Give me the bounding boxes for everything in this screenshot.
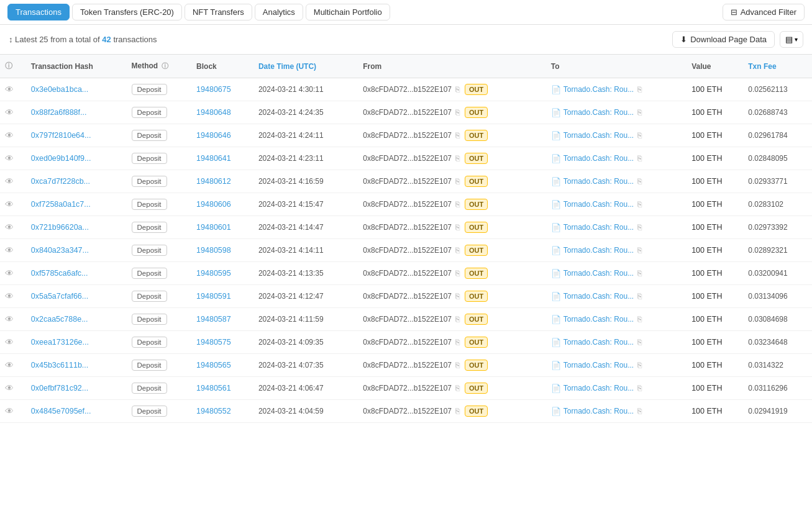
- to-address-link[interactable]: Tornado.Cash: Rou...: [563, 131, 634, 140]
- from-copy-icon[interactable]: ⎘: [455, 407, 460, 415]
- tx-hash-link[interactable]: 0xed0e9b140f9...: [31, 154, 91, 163]
- eye-icon[interactable]: 👁: [5, 360, 14, 370]
- block-link[interactable]: 19480591: [196, 292, 231, 301]
- from-copy-icon[interactable]: ⎘: [455, 131, 460, 140]
- eye-icon[interactable]: 👁: [5, 337, 14, 347]
- to-copy-icon[interactable]: ⎘: [637, 361, 642, 370]
- from-copy-icon[interactable]: ⎘: [455, 292, 460, 301]
- block-link[interactable]: 19480552: [196, 407, 231, 415]
- tx-hash-link[interactable]: 0x721b96620a...: [31, 223, 89, 232]
- from-copy-icon[interactable]: ⎘: [455, 200, 460, 209]
- eye-icon[interactable]: 👁: [5, 314, 14, 324]
- to-address-link[interactable]: Tornado.Cash: Rou...: [563, 338, 634, 347]
- tx-hash-link[interactable]: 0x840a23a347...: [31, 246, 89, 255]
- to-copy-icon[interactable]: ⎘: [637, 407, 642, 415]
- from-copy-icon[interactable]: ⎘: [455, 246, 460, 255]
- to-copy-icon[interactable]: ⎘: [637, 338, 642, 347]
- from-copy-icon[interactable]: ⎘: [455, 384, 460, 392]
- tab-token-transfers[interactable]: Token Transfers (ERC-20): [72, 4, 182, 20]
- to-copy-icon[interactable]: ⎘: [637, 177, 642, 186]
- to-address-link[interactable]: Tornado.Cash: Rou...: [563, 384, 634, 392]
- to-copy-icon[interactable]: ⎘: [637, 154, 642, 163]
- block-link[interactable]: 19480565: [196, 361, 231, 370]
- from-copy-icon[interactable]: ⎘: [455, 269, 460, 278]
- method-badge: Deposit: [132, 130, 167, 141]
- tx-hash-link[interactable]: 0x797f2810e64...: [31, 131, 91, 140]
- to-address-link[interactable]: Tornado.Cash: Rou...: [563, 177, 634, 186]
- from-copy-icon[interactable]: ⎘: [455, 85, 460, 94]
- block-link[interactable]: 19480675: [196, 85, 231, 94]
- eye-icon[interactable]: 👁: [5, 130, 14, 140]
- to-address-link[interactable]: Tornado.Cash: Rou...: [563, 407, 634, 415]
- eye-icon[interactable]: 👁: [5, 153, 14, 163]
- tx-hash-link[interactable]: 0x88f2a6f888f...: [31, 108, 87, 117]
- eye-icon[interactable]: 👁: [5, 107, 14, 117]
- to-address-link[interactable]: Tornado.Cash: Rou...: [563, 223, 634, 232]
- to-copy-icon[interactable]: ⎘: [637, 223, 642, 232]
- to-copy-icon[interactable]: ⎘: [637, 85, 642, 94]
- from-copy-icon[interactable]: ⎘: [455, 108, 460, 117]
- to-address-link[interactable]: Tornado.Cash: Rou...: [563, 246, 634, 255]
- to-address-link[interactable]: Tornado.Cash: Rou...: [563, 154, 634, 163]
- eye-icon[interactable]: 👁: [5, 176, 14, 186]
- tx-hash-link[interactable]: 0x2caa5c788e...: [31, 315, 88, 324]
- to-copy-icon[interactable]: ⎘: [637, 131, 642, 140]
- tab-analytics[interactable]: Analytics: [255, 4, 303, 20]
- tx-hash-link[interactable]: 0x3e0eba1bca...: [31, 85, 88, 94]
- eye-icon[interactable]: 👁: [5, 383, 14, 393]
- to-copy-icon[interactable]: ⎘: [637, 200, 642, 209]
- tx-hash-link[interactable]: 0xca7d7f228cb...: [31, 177, 90, 186]
- block-link[interactable]: 19480587: [196, 315, 231, 324]
- tx-hash-link[interactable]: 0x4845e7095ef...: [31, 407, 91, 415]
- block-link[interactable]: 19480641: [196, 154, 231, 163]
- block-link[interactable]: 19480646: [196, 131, 231, 140]
- to-copy-icon[interactable]: ⎘: [637, 384, 642, 392]
- to-copy-icon[interactable]: ⎘: [637, 108, 642, 117]
- to-address-link[interactable]: Tornado.Cash: Rou...: [563, 361, 634, 370]
- block-link[interactable]: 19480561: [196, 384, 231, 392]
- to-copy-icon[interactable]: ⎘: [637, 246, 642, 255]
- to-copy-icon[interactable]: ⎘: [637, 315, 642, 324]
- to-address-link[interactable]: Tornado.Cash: Rou...: [563, 85, 634, 94]
- eye-icon[interactable]: 👁: [5, 84, 14, 94]
- tab-multichain-portfolio[interactable]: Multichain Portfolio: [306, 4, 390, 20]
- eye-icon[interactable]: 👁: [5, 222, 14, 232]
- tx-hash-link[interactable]: 0x0efbf781c92...: [31, 384, 88, 392]
- block-link[interactable]: 19480648: [196, 108, 231, 117]
- block-link[interactable]: 19480598: [196, 246, 231, 255]
- transaction-count[interactable]: 42: [102, 35, 111, 44]
- eye-icon[interactable]: 👁: [5, 245, 14, 255]
- from-copy-icon[interactable]: ⎘: [455, 154, 460, 163]
- tx-hash-link[interactable]: 0x5a5a7cfaf66...: [31, 292, 88, 301]
- to-address-link[interactable]: Tornado.Cash: Rou...: [563, 200, 634, 209]
- tx-hash-link[interactable]: 0xf7258a0a1c7...: [31, 200, 91, 209]
- from-copy-icon[interactable]: ⎘: [455, 338, 460, 347]
- column-filter-button[interactable]: ▤ ▾: [780, 31, 803, 48]
- from-copy-icon[interactable]: ⎘: [455, 361, 460, 370]
- tx-hash-link[interactable]: 0xf5785ca6afc...: [31, 269, 88, 278]
- to-copy-icon[interactable]: ⎘: [637, 292, 642, 301]
- block-link[interactable]: 19480575: [196, 338, 231, 347]
- from-copy-icon[interactable]: ⎘: [455, 315, 460, 324]
- to-address-link[interactable]: Tornado.Cash: Rou...: [563, 269, 634, 278]
- block-link[interactable]: 19480612: [196, 177, 231, 186]
- block-link[interactable]: 19480601: [196, 223, 231, 232]
- tab-nft-transfers[interactable]: NFT Transfers: [185, 4, 252, 20]
- eye-icon[interactable]: 👁: [5, 268, 14, 278]
- block-link[interactable]: 19480595: [196, 269, 231, 278]
- to-address-link[interactable]: Tornado.Cash: Rou...: [563, 292, 634, 301]
- tx-hash-link[interactable]: 0xeea173126e...: [31, 338, 89, 347]
- eye-icon[interactable]: 👁: [5, 406, 14, 416]
- block-link[interactable]: 19480606: [196, 200, 231, 209]
- to-copy-icon[interactable]: ⎘: [637, 269, 642, 278]
- tx-hash-link[interactable]: 0x45b3c6111b...: [31, 361, 88, 370]
- eye-icon[interactable]: 👁: [5, 291, 14, 301]
- advanced-filter-button[interactable]: ⊟ Advanced Filter: [723, 4, 805, 20]
- from-copy-icon[interactable]: ⎘: [455, 223, 460, 232]
- from-copy-icon[interactable]: ⎘: [455, 177, 460, 186]
- to-address-link[interactable]: Tornado.Cash: Rou...: [563, 315, 634, 324]
- tab-transactions[interactable]: Transactions: [7, 4, 70, 20]
- eye-icon[interactable]: 👁: [5, 199, 14, 209]
- download-button[interactable]: ⬇ Download Page Data: [672, 31, 775, 48]
- to-address-link[interactable]: Tornado.Cash: Rou...: [563, 108, 634, 117]
